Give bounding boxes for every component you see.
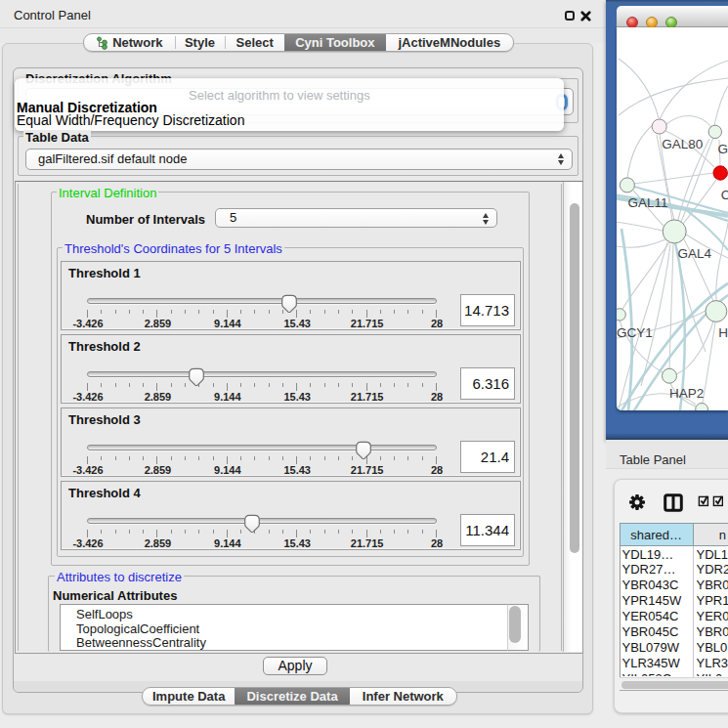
- svg-text:GAL11: GAL11: [627, 195, 667, 210]
- svg-text:GAL80: GAL80: [662, 137, 703, 151]
- svg-text:HAP2: HAP2: [669, 386, 704, 401]
- svg-text:GA: GA: [718, 142, 728, 156]
- svg-text:C: C: [721, 188, 728, 202]
- svg-text:GAL4: GAL4: [678, 246, 712, 261]
- svg-text:GCY1: GCY1: [617, 325, 653, 340]
- svg-text:H: H: [718, 325, 728, 340]
